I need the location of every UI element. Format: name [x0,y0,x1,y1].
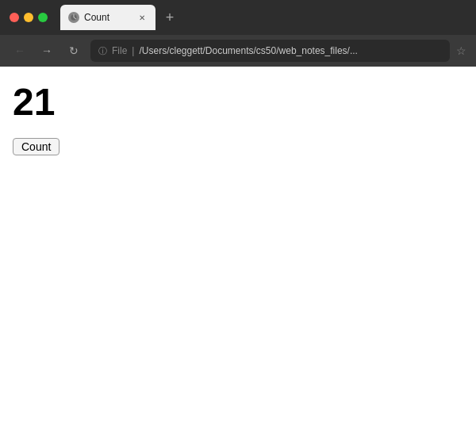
maximize-button[interactable] [38,13,48,22]
back-button[interactable]: ← [10,40,30,61]
protocol-label: File [112,45,127,56]
close-button[interactable] [10,13,19,22]
reload-button[interactable]: ↻ [63,40,84,61]
counter-display: 21 [13,79,463,125]
url-text: /Users/cleggett/Documents/cs50/web_notes… [139,45,357,56]
titlebar: Count ✕ + [0,0,476,35]
traffic-lights [10,13,48,22]
minimize-button[interactable] [24,13,33,22]
tab-close-button[interactable]: ✕ [136,12,148,23]
bookmark-button[interactable]: ☆ [456,44,466,57]
info-icon: ⓘ [98,45,107,57]
tab-favicon [68,12,79,23]
tab-title: Count [84,12,132,23]
forward-button[interactable]: → [36,40,57,61]
address-separator: | [132,45,134,56]
new-tab-button[interactable]: + [159,6,181,29]
count-button[interactable]: Count [13,138,60,155]
navbar: ← → ↻ ⓘ File | /Users/cleggett/Documents… [0,35,476,67]
page-content: 21 Count [0,67,476,448]
tab-bar: Count ✕ + [60,5,466,30]
active-tab[interactable]: Count ✕ [60,5,155,30]
address-bar[interactable]: ⓘ File | /Users/cleggett/Documents/cs50/… [90,40,450,62]
